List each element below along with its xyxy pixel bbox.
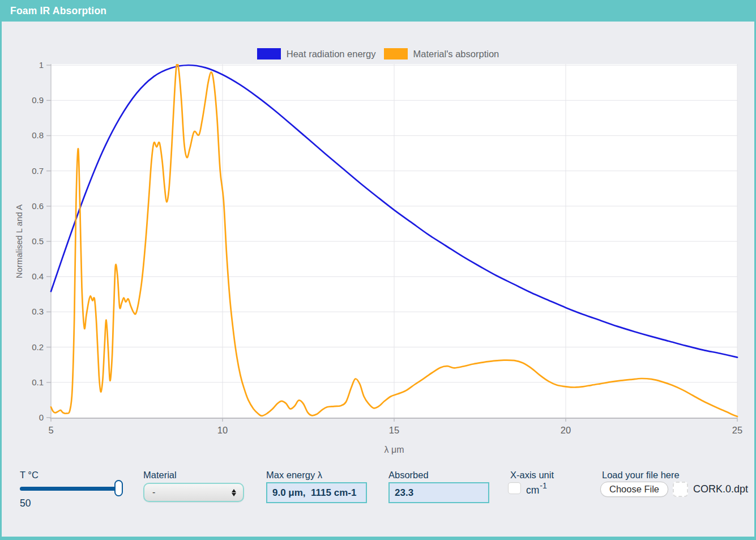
absorbed-value: 23.3 [390, 487, 413, 499]
temperature-value: 50 [20, 498, 31, 509]
legend-item-heat[interactable]: Heat radiation energy [257, 48, 376, 59]
y-tick-label: 0.8 [32, 130, 44, 140]
y-tick-label: 0.5 [32, 236, 44, 246]
y-axis-title: Normalised L and A [14, 205, 24, 278]
absorbed-field[interactable]: 23.3 [388, 482, 489, 503]
chart-legend: Heat radiation energy Material's absorpt… [0, 48, 756, 59]
absorbed-label: Absorbed [388, 470, 429, 481]
material-selected-value: - [144, 487, 232, 498]
temperature-slider-track[interactable] [20, 487, 123, 491]
y-tick-label: 0.4 [32, 271, 44, 281]
legend-label-heat: Heat radiation energy [287, 49, 376, 59]
x-tick-label: 25 [732, 425, 742, 435]
x-axis-unit-label: X-axis unit [510, 470, 554, 481]
x-tick-label: 20 [561, 425, 571, 435]
window-border-left [0, 22, 2, 540]
cm-unit-text: cm-1 [526, 482, 546, 496]
app-window: Foam IR Absorption 00.10.20.30.40.50.60.… [0, 0, 756, 540]
x-axis-title: λ μm [385, 445, 404, 455]
choose-file-button[interactable]: Choose File [600, 482, 668, 497]
file-preview-box [673, 482, 688, 497]
material-label: Material [143, 470, 177, 481]
temperature-slider-thumb[interactable] [114, 480, 123, 496]
y-tick-label: 1 [39, 60, 44, 70]
y-tick-label: 0.1 [32, 377, 44, 387]
max-energy-value: 9.0 μm, 1115 cm-1 [267, 487, 356, 499]
chart-canvas: 00.10.20.30.40.50.60.70.80.91510152025 [0, 0, 756, 465]
y-tick-label: 0.3 [32, 307, 44, 316]
file-input: Choose File CORK.0.dpt [600, 482, 748, 497]
x-tick-label: 15 [389, 425, 399, 435]
file-load-label: Load your file here [602, 470, 680, 481]
y-tick-label: 0.7 [32, 166, 44, 176]
legend-item-absorption[interactable]: Material's absorption [384, 48, 499, 59]
heat-series-swatch [257, 48, 281, 59]
select-arrows-icon [232, 489, 236, 496]
max-energy-field[interactable]: 9.0 μm, 1115 cm-1 [266, 482, 367, 503]
x-tick-label: 5 [48, 425, 53, 435]
legend-label-absorption: Material's absorption [413, 49, 499, 59]
cm-unit-checkbox[interactable] [508, 482, 521, 494]
temperature-label: T °C [20, 470, 39, 481]
x-axis-unit-control: cm-1 [508, 480, 546, 496]
file-name: CORK.0.dpt [693, 483, 748, 495]
max-energy-label: Max energy λ [266, 470, 322, 481]
y-tick-label: 0.2 [32, 342, 44, 352]
x-tick-label: 10 [217, 425, 228, 435]
y-tick-label: 0 [39, 413, 44, 422]
window-border-bottom [0, 537, 756, 540]
absorption-series-swatch [384, 48, 408, 59]
y-tick-label: 0.6 [32, 201, 44, 211]
y-tick-label: 0.9 [32, 95, 44, 105]
material-select[interactable]: - [143, 483, 244, 502]
